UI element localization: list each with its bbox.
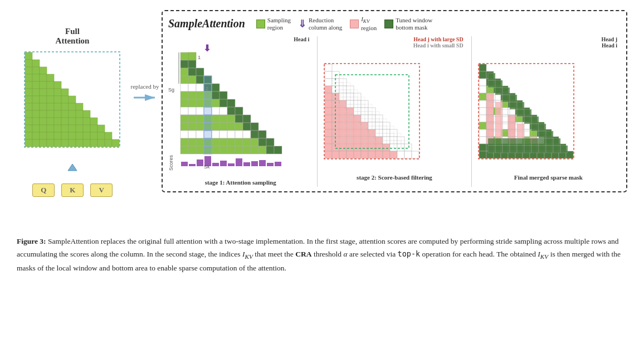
stage1-label: stage 1: Attention sampling xyxy=(205,178,276,186)
fig-label: Figure 3: xyxy=(17,237,46,245)
caption-area: Figure 3: SampleAttention replaces the o… xyxy=(17,233,627,274)
replaced-by-text: replaced by xyxy=(131,83,159,90)
qkv-labels: Q K V xyxy=(32,183,113,197)
caption-text-1: SampleAttention replaces the original fu… xyxy=(17,237,621,272)
legend-items: Samplingregion ⇓ Reductioncolumn along I… xyxy=(256,16,432,32)
head-i-label-stage1: Head i xyxy=(168,36,313,42)
panels-row: Head i stage 1: Attention sampling Head … xyxy=(168,36,621,186)
v-label: V xyxy=(90,183,112,197)
sample-attention-title: SampleAttention xyxy=(168,17,245,30)
stage2-canvas xyxy=(322,49,442,171)
sampling-legend-text: Samplingregion xyxy=(267,17,291,31)
final-label: Final merged sparse mask xyxy=(514,173,583,181)
ikv-legend-text: IKVregion xyxy=(361,16,377,32)
k-label: K xyxy=(61,183,84,197)
stage1-canvas xyxy=(168,42,288,176)
legend-ikv: IKVregion xyxy=(350,16,377,32)
head-labels-final: Head jHead i xyxy=(476,36,621,49)
right-arrow-icon xyxy=(133,91,158,104)
tuned-window-legend-text: Tuned windowbottom mask xyxy=(396,17,432,31)
panel-stage2: Head j with large SD Head i with small S… xyxy=(322,36,466,181)
tuned-window-legend-box xyxy=(384,20,393,28)
sample-attention-box: SampleAttention Samplingregion ⇓ Reducti… xyxy=(162,10,627,192)
head-labels-stage2: Head j with large SD Head i with small S… xyxy=(322,36,466,49)
ikv-legend-box xyxy=(350,20,359,28)
legend-sampling: Samplingregion xyxy=(256,17,291,31)
svg-marker-0 xyxy=(68,164,77,171)
replaced-by-container: replaced by xyxy=(128,83,162,104)
panel-separator-1 xyxy=(317,36,318,186)
sampling-legend-box xyxy=(256,20,265,28)
full-attention-grid xyxy=(24,50,121,156)
sample-attention-header: SampleAttention Samplingregion ⇓ Reducti… xyxy=(168,16,621,32)
up-arrow-icon xyxy=(67,163,78,174)
stage2-label: stage 2: Score-based filtering xyxy=(357,173,432,181)
full-attention-block: FullAttention Q K V xyxy=(17,27,128,197)
panel-final: Head jHead i Final merged sparse mask xyxy=(476,36,621,181)
legend-tuned-window: Tuned windowbottom mask xyxy=(384,17,432,31)
final-canvas xyxy=(476,49,596,171)
reduction-arrow-icon: ⇓ xyxy=(299,20,306,28)
main-container: FullAttention Q K V replaced by xyxy=(0,0,644,348)
panel-stage1: Head i stage 1: Attention sampling xyxy=(168,36,313,186)
diagram-area: FullAttention Q K V replaced by xyxy=(17,10,627,228)
q-label: Q xyxy=(32,183,55,197)
legend-reduction: ⇓ Reductioncolumn along xyxy=(299,17,342,31)
full-attention-label: FullAttention xyxy=(56,27,90,46)
reduction-legend-text: Reductioncolumn along xyxy=(309,17,342,31)
panel-separator-2 xyxy=(471,36,472,186)
